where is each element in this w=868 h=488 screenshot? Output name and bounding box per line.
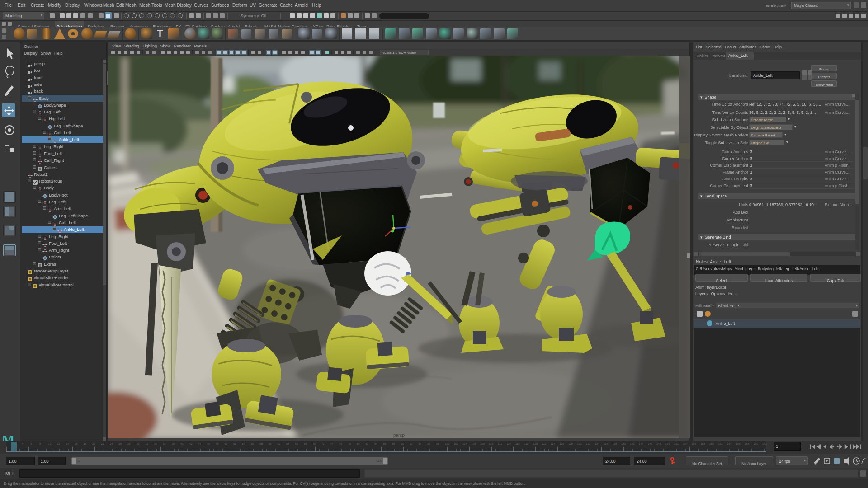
- svg-text:persp: persp: [393, 433, 405, 438]
